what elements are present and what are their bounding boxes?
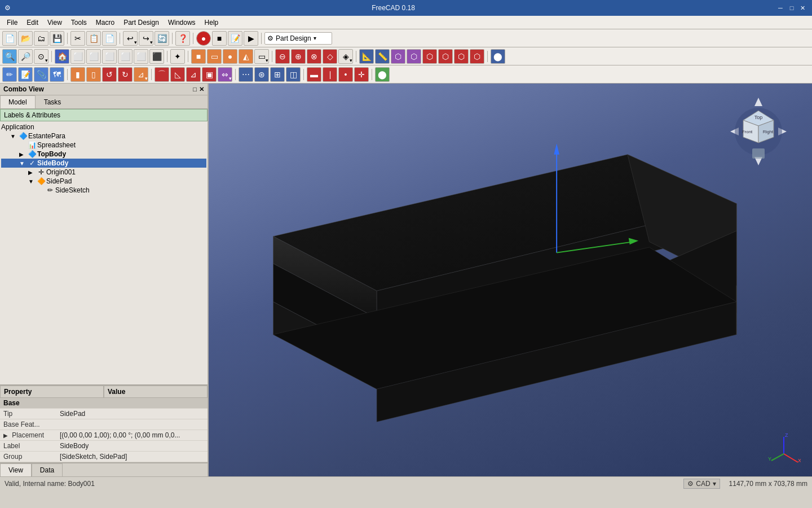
stop-macro-button[interactable]: ■: [212, 31, 227, 46]
datum-point-button[interactable]: •: [338, 67, 353, 82]
view-special-button[interactable]: ⬛: [149, 49, 164, 64]
tab-tasks[interactable]: Tasks: [36, 95, 70, 108]
pad-button[interactable]: ▮: [70, 67, 85, 82]
play-macro-button[interactable]: ▶: [244, 31, 258, 46]
groove-button[interactable]: ↻: [118, 67, 133, 82]
tree-item-origin001[interactable]: ▶ ✛ Origin001: [1, 168, 206, 177]
menu-view[interactable]: View: [43, 17, 67, 28]
save-button[interactable]: 💾: [50, 31, 64, 46]
tree-item-estantepara[interactable]: ▼ 🔷 EstantePara: [1, 132, 206, 141]
menu-macro[interactable]: Macro: [91, 17, 119, 28]
tab-view[interactable]: View: [0, 463, 32, 476]
menu-help[interactable]: Help: [200, 17, 223, 28]
tree-item-topbody[interactable]: ▶ 🔷 TopBody: [1, 150, 206, 159]
sketch-edit-button[interactable]: 📝: [18, 67, 33, 82]
part-more2-button[interactable]: ◈▾: [338, 49, 353, 64]
part-more-button[interactable]: ▭▾: [254, 49, 269, 64]
sketch-attach-button[interactable]: 📎: [34, 67, 48, 82]
save-recent-button[interactable]: 🗂: [34, 31, 48, 46]
polar-pattern-button[interactable]: ⊛: [254, 67, 269, 82]
zoom-button[interactable]: 🔎: [18, 49, 33, 64]
measure3-button[interactable]: ⬡: [391, 49, 405, 64]
datum-cs-button[interactable]: ✛: [354, 67, 369, 82]
view-back-button[interactable]: ⬜: [134, 49, 148, 64]
viewport-canvas[interactable]: Top Front Right: [209, 84, 812, 476]
pocket-button[interactable]: ▯: [86, 67, 101, 82]
loft-button[interactable]: ⊿▾: [134, 67, 148, 82]
mirrored-button[interactable]: ⇔▾: [218, 67, 232, 82]
chamfer-button[interactable]: ◇: [323, 49, 337, 64]
tree-arrow-sidepad[interactable]: ▼: [28, 178, 36, 185]
workbench-selector[interactable]: ⚙ Part Design ▾: [264, 32, 332, 45]
zoom-fit-button[interactable]: 🔍: [2, 49, 17, 64]
close-button[interactable]: ✕: [798, 3, 807, 12]
maximize-button[interactable]: □: [787, 3, 796, 12]
menu-tools[interactable]: Tools: [67, 17, 91, 28]
view-home-button[interactable]: 🏠: [55, 49, 69, 64]
section-button[interactable]: ◫: [286, 67, 301, 82]
part-box-button[interactable]: ■: [191, 49, 206, 64]
tree-area[interactable]: Application ▼ 🔷 EstantePara ▶ 📊 Spreadsh…: [0, 121, 208, 384]
draft-button[interactable]: ⊿: [186, 67, 201, 82]
fillet-button[interactable]: ⌒: [155, 67, 169, 82]
measure7-button[interactable]: ⬡: [454, 49, 469, 64]
thickness-button[interactable]: ▣: [202, 67, 217, 82]
part-sphere-button[interactable]: ●: [223, 49, 237, 64]
sketch-new-button[interactable]: ✏: [2, 67, 17, 82]
measure2-button[interactable]: 📏: [375, 49, 390, 64]
redo-button[interactable]: ↪▾: [139, 31, 153, 46]
chamfer2-button[interactable]: ◺: [170, 67, 185, 82]
tree-item-sidepad[interactable]: ▼ 🔶 SidePad: [1, 177, 206, 186]
tree-arrow-origin001[interactable]: ▶: [28, 169, 36, 176]
bool-fuse-button[interactable]: ⊕: [291, 49, 306, 64]
copy-button[interactable]: 📋: [86, 31, 101, 46]
cad-dropdown-arrow[interactable]: ▾: [713, 480, 716, 488]
view-right-button[interactable]: ⬜: [102, 49, 117, 64]
combo-close-button[interactable]: ✕: [199, 86, 204, 93]
revolve-button[interactable]: ↺: [102, 67, 117, 82]
tab-data[interactable]: Data: [32, 463, 63, 476]
measure-button[interactable]: ✦: [170, 49, 185, 64]
undo-button[interactable]: ↩▾: [123, 31, 138, 46]
tree-arrow-estantepara[interactable]: ▼: [10, 133, 18, 139]
menu-edit[interactable]: Edit: [22, 17, 43, 28]
measure8-button[interactable]: ⬡: [470, 49, 484, 64]
body-create-button[interactable]: ⬤: [375, 67, 390, 82]
measure5-button[interactable]: ⬡: [422, 49, 437, 64]
record-macro-button[interactable]: ●: [196, 31, 211, 46]
measure1-button[interactable]: 📐: [359, 49, 374, 64]
nav-cube[interactable]: Top Front Right: [727, 95, 789, 174]
edit-macro-button[interactable]: 📝: [228, 31, 242, 46]
tree-arrow-topbody[interactable]: ▶: [19, 151, 27, 157]
draw-style-button[interactable]: ⊙▾: [34, 49, 48, 64]
sketch-map-button[interactable]: 🗺: [50, 67, 64, 82]
combo-restore-button[interactable]: □: [193, 86, 197, 93]
tree-item-spreadsheet[interactable]: ▶ 📊 Spreadsheet: [1, 141, 206, 150]
menu-file[interactable]: File: [2, 17, 22, 28]
datum-plane-button[interactable]: ▬: [307, 67, 321, 82]
view-top-button[interactable]: ⬜: [86, 49, 101, 64]
minimize-button[interactable]: ─: [776, 3, 785, 12]
menu-part-design[interactable]: Part Design: [119, 17, 164, 28]
tree-arrow-sidebody[interactable]: ▼: [19, 160, 27, 167]
paste-button[interactable]: 📄: [102, 31, 117, 46]
prop-row-basefeat[interactable]: Base Feat...: [0, 419, 208, 430]
measure6-button[interactable]: ⬡: [438, 49, 453, 64]
tab-model[interactable]: Model: [0, 95, 36, 108]
viewport[interactable]: Top Front Right: [209, 84, 812, 476]
new-button[interactable]: 📄: [2, 31, 17, 46]
measure4-button[interactable]: ⬡: [407, 49, 421, 64]
bool-cut-button[interactable]: ⊖: [275, 49, 290, 64]
prop-row-group[interactable]: Group [SideSketch, SidePad]: [0, 452, 208, 462]
extra-button[interactable]: ⬤: [491, 49, 505, 64]
tree-item-sidebody[interactable]: ▼ ✓ SideBody: [1, 159, 206, 168]
datum-line-button[interactable]: ∣: [323, 67, 337, 82]
linear-pattern-button[interactable]: ⋯: [239, 67, 253, 82]
cut-button[interactable]: ✂: [70, 31, 85, 46]
open-button[interactable]: 📂: [18, 31, 33, 46]
prop-row-tip[interactable]: Tip SidePad: [0, 409, 208, 419]
multitransform-button[interactable]: ⊞: [270, 67, 285, 82]
view-bottom-button[interactable]: ⬜: [118, 49, 133, 64]
bool-common-button[interactable]: ⊗: [307, 49, 321, 64]
menu-windows[interactable]: Windows: [164, 17, 200, 28]
